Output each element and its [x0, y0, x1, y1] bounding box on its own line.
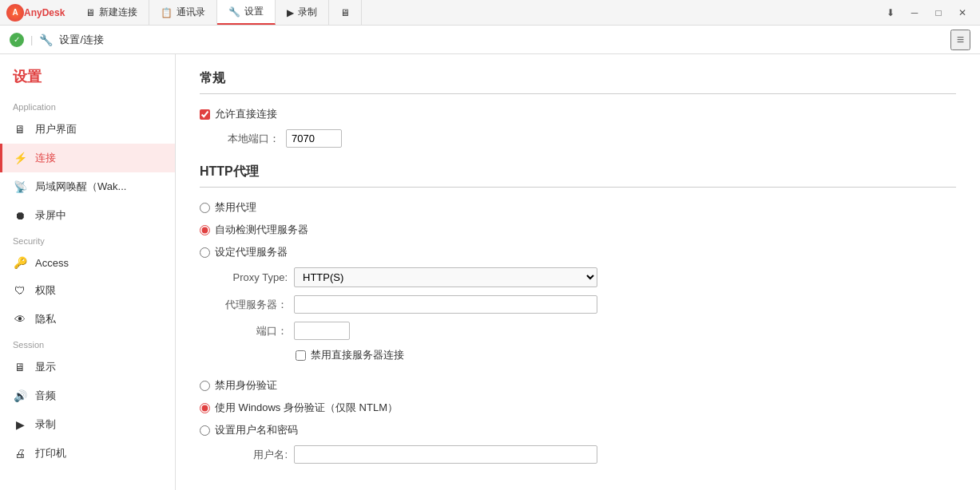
- record-icon: ▶: [287, 7, 294, 18]
- sidebar-item-permissions[interactable]: 🛡 权限: [0, 276, 175, 305]
- proxy-port-input[interactable]: [294, 322, 350, 340]
- sidebar-item-audio[interactable]: 🔊 音频: [0, 381, 175, 410]
- recording-icon: ▶: [13, 418, 27, 431]
- sidebar-item-access[interactable]: 🔑 Access: [0, 249, 175, 276]
- monitor2-icon: 🖥: [340, 7, 350, 18]
- wake-on-lan-label: 局域网唤醒（Wak...: [35, 180, 126, 194]
- http-proxy-section: HTTP代理 禁用代理 自动检测代理服务器 设定代理服务器 Proxy Type…: [200, 164, 956, 362]
- breadcrumb-menu-button[interactable]: ≡: [950, 30, 970, 50]
- permissions-label: 权限: [35, 283, 56, 298]
- disable-proxy-label[interactable]: 禁用代理: [215, 200, 256, 215]
- set-proxy-radio[interactable]: [200, 247, 210, 258]
- auth-section: 禁用身份验证 使用 Windows 身份验证（仅限 NTLM） 设置用户名和密码…: [200, 378, 956, 464]
- proxy-type-label: Proxy Type:: [216, 271, 288, 283]
- recording-label: 录制: [35, 417, 56, 432]
- proxy-type-select[interactable]: HTTP(S) SOCKS4 SOCKS5: [294, 267, 597, 287]
- screen-recording-label: 录屏中: [35, 208, 66, 223]
- tab-new-connection[interactable]: 🖥 新建连接: [74, 0, 149, 25]
- windows-auth-radio[interactable]: [200, 403, 210, 413]
- breadcrumb: 设置/连接: [59, 33, 104, 47]
- tab-monitor[interactable]: 🖥: [329, 0, 362, 25]
- main-layout: 设置 Application 🖥 用户界面 ⚡ 连接 📡 局域网唤醒（Wak..…: [0, 54, 980, 490]
- app-name: AnyDesk: [24, 7, 65, 18]
- local-port-input[interactable]: [286, 129, 342, 148]
- maximize-button[interactable]: □: [927, 4, 950, 22]
- access-label: Access: [35, 257, 69, 269]
- username-input[interactable]: [294, 445, 597, 464]
- tab-contacts-label: 通讯录: [177, 6, 205, 19]
- disable-direct-server-label[interactable]: 禁用直接服务器连接: [311, 348, 404, 362]
- disable-proxy-radio[interactable]: [200, 203, 210, 213]
- minimize-button[interactable]: ─: [903, 4, 926, 22]
- disable-auth-row[interactable]: 禁用身份验证: [200, 378, 956, 393]
- set-proxy-row[interactable]: 设定代理服务器: [200, 245, 956, 259]
- proxy-server-input[interactable]: [294, 295, 597, 314]
- auto-detect-radio[interactable]: [200, 225, 210, 235]
- disable-auth-label[interactable]: 禁用身份验证: [215, 378, 277, 393]
- logo-text: A: [12, 8, 18, 17]
- display-icon: 🖥: [13, 361, 27, 373]
- record-circle-icon: ⏺: [13, 209, 27, 222]
- sidebar-item-user-interface[interactable]: 🖥 用户界面: [0, 115, 175, 144]
- tab-record[interactable]: ▶ 录制: [276, 0, 329, 25]
- status-indicator: ✓: [10, 33, 24, 47]
- connection-icon: ⚡: [13, 152, 27, 164]
- username-row: 用户名:: [216, 445, 956, 464]
- proxy-port-label: 端口：: [216, 324, 288, 338]
- wifi-icon: 📡: [13, 180, 27, 193]
- audio-icon: 🔊: [13, 389, 27, 402]
- username-password-radio[interactable]: [200, 425, 210, 436]
- sidebar-item-display[interactable]: 🖥 显示: [0, 353, 175, 381]
- auto-detect-row[interactable]: 自动检测代理服务器: [200, 223, 956, 237]
- sidebar-section-security: Security: [0, 230, 175, 249]
- username-password-label[interactable]: 设置用户名和密码: [215, 423, 298, 437]
- download-button[interactable]: ⬇: [879, 4, 902, 22]
- allow-direct-connection-row: 允许直接连接: [200, 107, 956, 121]
- auto-detect-label[interactable]: 自动检测代理服务器: [215, 223, 308, 237]
- titlebar: A AnyDesk 🖥 新建连接 📋 通讯录 🔧 设置 ▶ 录制 🖥 ⬇ ─ □…: [0, 0, 980, 26]
- proxy-port-row: 端口：: [216, 322, 956, 340]
- eye-icon: 👁: [13, 313, 27, 326]
- contacts-icon: 📋: [161, 7, 173, 18]
- proxy-server-label: 代理服务器：: [216, 298, 288, 312]
- printer-icon: 🖨: [13, 447, 27, 460]
- sidebar-item-screen-recording[interactable]: ⏺ 录屏中: [0, 201, 175, 230]
- sidebar-item-wake-on-lan[interactable]: 📡 局域网唤醒（Wak...: [0, 172, 175, 201]
- http-proxy-title: HTTP代理: [200, 164, 956, 180]
- close-button[interactable]: ✕: [951, 4, 974, 22]
- general-title: 常规: [200, 70, 956, 87]
- key-icon: 🔑: [13, 256, 27, 269]
- tab-new-connection-label: 新建连接: [99, 6, 137, 19]
- window-controls: ⬇ ─ □ ✕: [879, 4, 974, 22]
- sidebar-item-recording[interactable]: ▶ 录制: [0, 410, 175, 439]
- sidebar: 设置 Application 🖥 用户界面 ⚡ 连接 📡 局域网唤醒（Wak..…: [0, 54, 176, 490]
- sidebar-item-privacy[interactable]: 👁 隐私: [0, 305, 175, 334]
- proxy-type-row: Proxy Type: HTTP(S) SOCKS4 SOCKS5: [216, 267, 956, 287]
- tab-contacts[interactable]: 📋 通讯录: [149, 0, 217, 25]
- user-interface-icon: 🖥: [13, 123, 27, 136]
- general-section: 常规 允许直接连接 本地端口：: [200, 70, 956, 148]
- disable-proxy-row[interactable]: 禁用代理: [200, 200, 956, 215]
- set-proxy-label[interactable]: 设定代理服务器: [215, 245, 288, 259]
- allow-direct-connection-label[interactable]: 允许直接连接: [215, 107, 277, 121]
- content-area: 常规 允许直接连接 本地端口： HTTP代理 禁用代理 自动检测代理服务器: [176, 54, 980, 490]
- allow-direct-connection-checkbox[interactable]: [200, 109, 210, 120]
- proxy-server-row: 代理服务器：: [216, 295, 956, 314]
- sidebar-item-connection[interactable]: ⚡ 连接: [0, 144, 175, 172]
- breadcrumb-bar: ✓ | 🔧 设置/连接 ≡: [0, 26, 980, 54]
- titlebar-tabs: 🖥 新建连接 📋 通讯录 🔧 设置 ▶ 录制 🖥: [74, 0, 879, 25]
- sidebar-title: 设置: [0, 61, 175, 96]
- sidebar-section-session: Session: [0, 334, 175, 353]
- tab-settings[interactable]: 🔧 设置: [217, 0, 276, 25]
- windows-auth-label[interactable]: 使用 Windows 身份验证（仅限 NTLM）: [215, 401, 398, 415]
- user-interface-label: 用户界面: [35, 122, 77, 136]
- windows-auth-row[interactable]: 使用 Windows 身份验证（仅限 NTLM）: [200, 401, 956, 415]
- printer-label: 打印机: [35, 446, 66, 460]
- sidebar-item-printer[interactable]: 🖨 打印机: [0, 439, 175, 468]
- sidebar-section-application: Application: [0, 96, 175, 115]
- disable-direct-server-checkbox[interactable]: [296, 350, 306, 361]
- general-divider: [200, 93, 956, 94]
- username-password-row[interactable]: 设置用户名和密码: [200, 423, 956, 437]
- local-port-label: 本地端口：: [216, 132, 280, 146]
- disable-auth-radio[interactable]: [200, 381, 210, 391]
